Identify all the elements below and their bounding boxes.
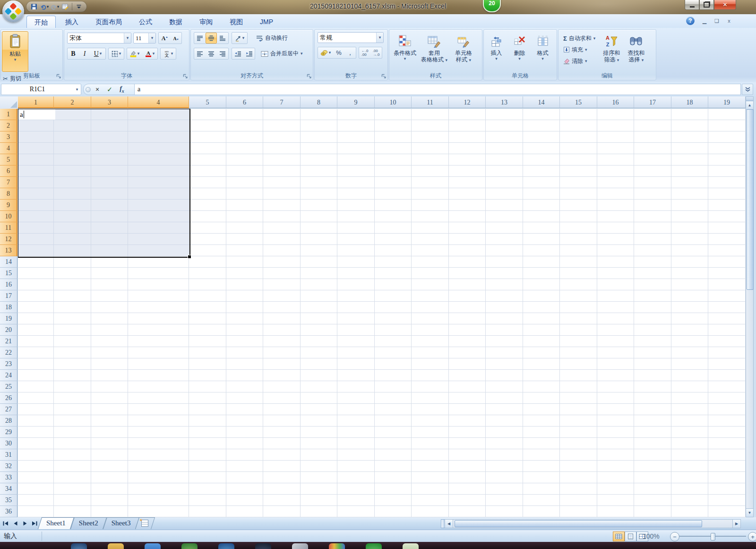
row-header-23[interactable]: 23	[0, 358, 17, 370]
grid-cells[interactable]: a	[18, 109, 746, 517]
phonetic-guide-button[interactable]: wén文▾	[161, 48, 176, 59]
row-header-19[interactable]: 19	[0, 313, 17, 324]
row-header-14[interactable]: 14	[0, 256, 17, 268]
column-header-18[interactable]: 18	[671, 96, 708, 108]
column-header-14[interactable]: 14	[523, 96, 560, 108]
number-format-combo[interactable]: 常规▾	[318, 32, 384, 43]
insert-worksheet-tab[interactable]: ✶	[137, 517, 153, 529]
fill-color-button[interactable]: ▾	[127, 48, 142, 59]
row-header-20[interactable]: 20	[0, 324, 17, 336]
taskbar-icon-dark-app[interactable]	[255, 543, 271, 549]
cell-styles-button[interactable]: 单元格样式 ▾	[450, 31, 477, 71]
column-header-13[interactable]: 13	[486, 96, 523, 108]
align-center-button[interactable]	[206, 48, 217, 59]
borders-button[interactable]: ▾	[109, 48, 124, 59]
normal-view-button[interactable]	[613, 532, 625, 541]
zoom-out-button[interactable]: −	[670, 532, 679, 541]
row-header-13[interactable]: 13	[0, 245, 17, 256]
format-as-table-button[interactable]: 套用表格格式 ▾	[419, 31, 450, 71]
next-sheet-button[interactable]	[21, 519, 29, 527]
delete-cells-button[interactable]: 删除 ▾	[508, 31, 531, 71]
hscroll-right-button[interactable]: ▶	[732, 519, 741, 528]
sheet-tab-Sheet3[interactable]: Sheet3	[105, 517, 137, 529]
taskbar-icon-green-app[interactable]	[181, 543, 198, 549]
row-header-17[interactable]: 17	[0, 290, 17, 302]
ribbon-tab-6[interactable]: 审阅	[192, 16, 220, 28]
row-header-31[interactable]: 31	[0, 449, 17, 461]
row-header-8[interactable]: 8	[0, 188, 17, 200]
horizontal-scrollbar[interactable]	[453, 519, 733, 528]
vertical-scrollbar[interactable]: ▲ ▼	[746, 96, 754, 517]
prev-sheet-button[interactable]	[11, 519, 19, 527]
ribbon-tab-7[interactable]: 视图	[222, 16, 250, 28]
row-header-32[interactable]: 32	[0, 461, 17, 472]
ribbon-tab-8[interactable]: JMP	[252, 16, 281, 28]
top-align-button[interactable]	[194, 33, 206, 44]
column-header-12[interactable]: 12	[449, 96, 486, 108]
row-header-1[interactable]: 1	[0, 109, 17, 120]
redo-button[interactable]: ▾	[50, 2, 60, 11]
taskbar-icon-blue-orb[interactable]	[218, 543, 234, 549]
underline-button[interactable]: U▾	[90, 48, 105, 59]
workbook-restore-button[interactable]: ❏	[713, 18, 720, 24]
column-header-2[interactable]: 2	[54, 96, 91, 108]
fill-handle[interactable]	[188, 255, 191, 259]
confirm-entry-button[interactable]: ✓	[104, 85, 115, 94]
column-header-5[interactable]: 5	[189, 96, 226, 108]
help-button[interactable]: ?	[686, 17, 695, 25]
ribbon-tab-5[interactable]: 数据	[162, 16, 190, 28]
grow-font-button[interactable]: A	[159, 33, 170, 44]
column-header-4[interactable]: 4	[128, 96, 189, 108]
column-header-3[interactable]: 3	[91, 96, 128, 108]
italic-button[interactable]: I	[79, 48, 90, 59]
column-header-9[interactable]: 9	[337, 96, 375, 108]
row-header-33[interactable]: 33	[0, 472, 17, 483]
row-header-4[interactable]: 4	[0, 143, 17, 154]
row-header-27[interactable]: 27	[0, 404, 17, 415]
fill-button[interactable]: 填充▾	[561, 44, 597, 55]
row-header-21[interactable]: 21	[0, 336, 17, 347]
row-header-2[interactable]: 2	[0, 120, 17, 131]
column-header-10[interactable]: 10	[375, 96, 412, 108]
align-left-button[interactable]	[194, 48, 206, 59]
row-header-3[interactable]: 3	[0, 131, 17, 143]
row-header-11[interactable]: 11	[0, 222, 17, 234]
sheet-tab-Sheet2[interactable]: Sheet2	[72, 517, 105, 529]
scroll-down-button[interactable]: ▼	[746, 508, 753, 517]
taskbar-icon-photo-app[interactable]	[329, 543, 345, 549]
font-color-button[interactable]: A▾	[142, 48, 157, 59]
clipboard-dialog-launcher[interactable]	[56, 73, 61, 79]
conditional-formatting-button[interactable]: 条件格式 ▾	[391, 31, 419, 71]
scroll-up-button[interactable]: ▲	[746, 101, 753, 110]
increase-indent-button[interactable]	[243, 48, 255, 59]
decrease-decimal-button[interactable]: .00 →.0	[370, 47, 382, 58]
clear-button[interactable]: 清除▾	[561, 55, 597, 67]
close-button[interactable]: ✕	[714, 0, 736, 10]
font-dialog-launcher[interactable]	[182, 73, 188, 79]
find-select-button[interactable]: 查找和选择 ▾	[624, 31, 648, 71]
ribbon-tab-3[interactable]: 页面布局	[88, 16, 129, 28]
row-header-10[interactable]: 10	[0, 211, 17, 222]
first-sheet-button[interactable]	[2, 519, 10, 527]
taskbar-icon-pen-app[interactable]	[292, 543, 308, 549]
sort-filter-button[interactable]: AZ 排序和筛选 ▾	[599, 31, 624, 71]
vertical-scroll-thumb[interactable]	[747, 109, 754, 290]
taskbar-icon-folder[interactable]	[108, 543, 124, 549]
name-box-caret-icon[interactable]: ▾	[73, 87, 81, 92]
row-header-35[interactable]: 35	[0, 495, 17, 506]
accounting-format-button[interactable]: ▾	[318, 47, 333, 58]
taskbar-icon-light-app[interactable]	[403, 543, 419, 549]
autosum-button[interactable]: Σ自动求和▾	[561, 33, 597, 44]
font-size-combo[interactable]: 11▾	[133, 33, 156, 44]
row-header-15[interactable]: 15	[0, 268, 17, 279]
taskbar-icon-blue-app[interactable]	[145, 543, 161, 549]
row-header-34[interactable]: 34	[0, 483, 17, 495]
workbook-minimize-button[interactable]: ▁	[701, 18, 708, 24]
sheet-tab-Sheet1[interactable]: Sheet1	[40, 517, 72, 529]
save-button[interactable]	[29, 2, 39, 11]
customize-qat-button[interactable]	[74, 2, 84, 11]
page-layout-view-button[interactable]	[625, 532, 636, 541]
bottom-align-button[interactable]	[217, 33, 228, 44]
zoom-slider-handle[interactable]	[711, 533, 715, 540]
horizontal-scroll-thumb[interactable]	[455, 520, 702, 527]
